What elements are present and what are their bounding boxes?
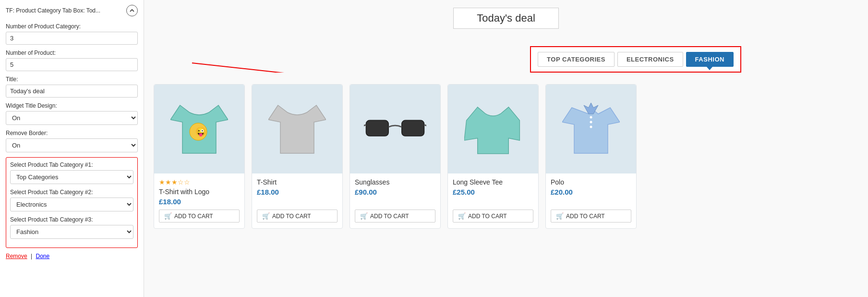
title-group: Title: bbox=[6, 76, 138, 98]
product-name: Sunglasses bbox=[355, 178, 435, 186]
sidebar-footer: Remove | Done bbox=[6, 253, 138, 260]
num-product-group: Number of Product: bbox=[6, 50, 138, 71]
product-card: Polo £20.00 🛒 ADD TO CART bbox=[545, 84, 637, 229]
product-name: T-Shirt with Logo bbox=[159, 188, 240, 196]
svg-point-8 bbox=[590, 116, 592, 118]
product-name: Polo bbox=[551, 178, 631, 186]
product-info: Polo £20.00 bbox=[546, 173, 636, 210]
num-category-input[interactable] bbox=[6, 32, 138, 45]
product-price: £20.00 bbox=[551, 188, 631, 196]
widget-title-design-group: Widget Title Design: On Off bbox=[6, 102, 138, 125]
svg-rect-4 bbox=[366, 120, 388, 136]
widget-title-design-select[interactable]: On Off bbox=[6, 111, 138, 125]
cat3-group: Select Product Tab Category #3: Top Cate… bbox=[10, 216, 133, 239]
svg-point-10 bbox=[590, 125, 592, 128]
cart-icon: 🛒 bbox=[164, 212, 172, 220]
deal-title: Today's deal bbox=[453, 8, 559, 29]
remove-border-select[interactable]: On Off bbox=[6, 138, 138, 152]
products-grid: 😜 ★★★☆☆ T-Shirt with Logo £18.00 🛒 ADD T… bbox=[154, 84, 858, 229]
cat2-group: Select Product Tab Category #2: Top Cate… bbox=[10, 189, 133, 211]
product-card: Long Sleeve Tee £25.00 🛒 ADD TO CART bbox=[447, 84, 539, 229]
svg-text:😜: 😜 bbox=[195, 126, 206, 137]
collapse-button[interactable] bbox=[126, 5, 138, 16]
remove-border-label: Remove Border: bbox=[6, 130, 138, 136]
tab-top-categories[interactable]: TOP CATEGORIES bbox=[538, 52, 615, 67]
tab-electronics[interactable]: ELECTRONICS bbox=[617, 52, 683, 67]
product-price: £90.00 bbox=[355, 188, 435, 196]
add-to-cart-button[interactable]: 🛒 ADD TO CART bbox=[257, 210, 338, 223]
remove-border-group: Remove Border: On Off bbox=[6, 130, 138, 152]
cart-icon: 🛒 bbox=[458, 212, 466, 220]
footer-separator: | bbox=[31, 253, 32, 260]
svg-point-9 bbox=[590, 121, 592, 123]
product-price: £25.00 bbox=[453, 188, 533, 196]
num-product-label: Number of Product: bbox=[6, 50, 138, 56]
widget-title-design-label: Widget Title Design: bbox=[6, 102, 138, 109]
product-image bbox=[448, 85, 538, 173]
product-image bbox=[252, 85, 342, 173]
add-to-cart-label: ADD TO CART bbox=[370, 213, 409, 220]
tab-area-wrapper: TOP CATEGORIES ELECTRONICS FASHION bbox=[154, 46, 858, 73]
add-to-cart-button[interactable]: 🛒 ADD TO CART bbox=[453, 210, 533, 223]
product-image: 😜 bbox=[154, 85, 244, 173]
cat1-group: Select Product Tab Category #1: Top Cate… bbox=[10, 161, 133, 184]
cat2-label: Select Product Tab Category #2: bbox=[10, 189, 133, 196]
product-card: 😜 ★★★☆☆ T-Shirt with Logo £18.00 🛒 ADD T… bbox=[154, 84, 245, 229]
num-category-group: Number of Product Category: bbox=[6, 23, 138, 45]
add-to-cart-button[interactable]: 🛒 ADD TO CART bbox=[355, 210, 435, 223]
cat2-select[interactable]: Top Categories Electronics Fashion bbox=[10, 198, 133, 211]
title-input[interactable] bbox=[6, 85, 138, 98]
cat3-label: Select Product Tab Category #3: bbox=[10, 216, 133, 223]
title-label: Title: bbox=[6, 76, 138, 83]
product-price: £18.00 bbox=[257, 188, 338, 196]
svg-rect-5 bbox=[402, 120, 424, 136]
cart-icon: 🛒 bbox=[360, 212, 368, 220]
add-to-cart-button[interactable]: 🛒 ADD TO CART bbox=[159, 210, 240, 223]
product-info: Long Sleeve Tee £25.00 bbox=[448, 173, 538, 210]
cart-icon: 🛒 bbox=[556, 212, 564, 220]
num-category-label: Number of Product Category: bbox=[6, 23, 138, 30]
cat1-label: Select Product Tab Category #1: bbox=[10, 161, 133, 168]
product-info: Sunglasses £90.00 bbox=[350, 173, 440, 210]
product-image bbox=[546, 85, 636, 173]
done-link[interactable]: Done bbox=[36, 253, 50, 260]
remove-link[interactable]: Remove bbox=[6, 253, 27, 260]
product-image bbox=[350, 85, 440, 173]
sidebar: TF: Product Category Tab Box: Tod... Num… bbox=[0, 0, 144, 297]
num-product-input[interactable] bbox=[6, 58, 138, 71]
main-content: Today's deal TOP CATEGORIES ELECTRONICS … bbox=[144, 0, 868, 297]
product-info: ★★★☆☆ T-Shirt with Logo £18.00 bbox=[154, 173, 244, 210]
add-to-cart-label: ADD TO CART bbox=[272, 213, 311, 220]
add-to-cart-button[interactable]: 🛒 ADD TO CART bbox=[551, 210, 631, 223]
product-stars: ★★★☆☆ bbox=[159, 178, 240, 186]
product-name: Long Sleeve Tee bbox=[453, 178, 533, 186]
tab-row: TOP CATEGORIES ELECTRONICS FASHION bbox=[530, 46, 741, 73]
cat3-select[interactable]: Top Categories Electronics Fashion bbox=[10, 225, 133, 239]
add-to-cart-label: ADD TO CART bbox=[174, 213, 213, 220]
cat1-select[interactable]: Top Categories Electronics Fashion bbox=[10, 170, 133, 184]
categories-section: Select Product Tab Category #1: Top Cate… bbox=[6, 157, 138, 248]
product-card: T-Shirt £18.00 🛒 ADD TO CART bbox=[252, 84, 343, 229]
add-to-cart-label: ADD TO CART bbox=[468, 213, 507, 220]
product-info: T-Shirt £18.00 bbox=[252, 173, 342, 210]
sidebar-header: TF: Product Category Tab Box: Tod... bbox=[6, 5, 138, 16]
tab-fashion[interactable]: FASHION bbox=[686, 52, 734, 67]
product-price: £18.00 bbox=[159, 198, 240, 206]
cart-icon: 🛒 bbox=[262, 212, 270, 220]
product-card: Sunglasses £90.00 🛒 ADD TO CART bbox=[350, 84, 441, 229]
product-name: T-Shirt bbox=[257, 178, 338, 186]
add-to-cart-label: ADD TO CART bbox=[566, 213, 605, 220]
sidebar-title: TF: Product Category Tab Box: Tod... bbox=[6, 7, 126, 14]
